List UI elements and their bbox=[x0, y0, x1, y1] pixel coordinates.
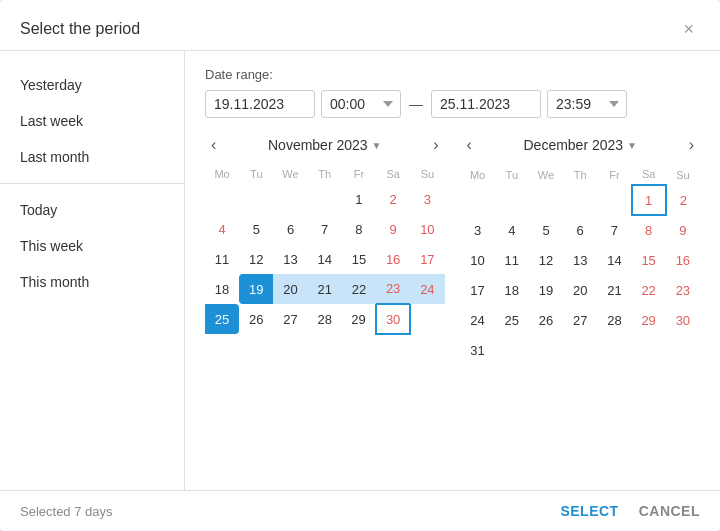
dec-day-29[interactable]: 29 bbox=[632, 305, 666, 335]
dec-day-7[interactable]: 7 bbox=[597, 215, 631, 245]
dec-day-15[interactable]: 15 bbox=[632, 245, 666, 275]
december-dropdown-icon: ▼ bbox=[627, 140, 637, 151]
select-button[interactable]: SELECT bbox=[560, 503, 618, 519]
nov-day-9[interactable]: 9 bbox=[376, 214, 410, 244]
dec-day-21[interactable]: 21 bbox=[597, 275, 631, 305]
close-button[interactable]: × bbox=[677, 18, 700, 40]
dec-day-4[interactable]: 4 bbox=[495, 215, 529, 245]
sidebar-item-this-month[interactable]: This month bbox=[0, 264, 184, 300]
nov-day-1[interactable]: 1 bbox=[342, 184, 376, 214]
nov-day-18[interactable]: 18 bbox=[205, 274, 239, 304]
dec-day-12[interactable]: 12 bbox=[529, 245, 563, 275]
nov-day-7[interactable]: 7 bbox=[308, 214, 342, 244]
november-next-button[interactable]: › bbox=[427, 134, 444, 156]
dec-empty bbox=[563, 185, 597, 215]
sidebar-item-last-week[interactable]: Last week bbox=[0, 103, 184, 139]
dec-day-28[interactable]: 28 bbox=[597, 305, 631, 335]
dec-day-25[interactable]: 25 bbox=[495, 305, 529, 335]
dec-day-16[interactable]: 16 bbox=[666, 245, 700, 275]
nov-day-21[interactable]: 21 bbox=[308, 274, 342, 304]
dec-day-23[interactable]: 23 bbox=[666, 275, 700, 305]
selected-days-label: Selected 7 days bbox=[20, 504, 113, 519]
dec-day-19[interactable]: 19 bbox=[529, 275, 563, 305]
sidebar: Yesterday Last week Last month Today Thi… bbox=[0, 51, 185, 490]
nov-day-27[interactable]: 27 bbox=[273, 304, 307, 334]
nov-day-11[interactable]: 11 bbox=[205, 244, 239, 274]
nov-day-19[interactable]: 19 bbox=[239, 274, 273, 304]
nov-day-22[interactable]: 22 bbox=[342, 274, 376, 304]
sidebar-item-today[interactable]: Today bbox=[0, 192, 184, 228]
nov-day-5[interactable]: 5 bbox=[239, 214, 273, 244]
nov-day-23[interactable]: 23 bbox=[376, 274, 410, 304]
dec-day-24[interactable]: 24 bbox=[461, 305, 495, 335]
dec-day-30[interactable]: 30 bbox=[666, 305, 700, 335]
dec-day-14[interactable]: 14 bbox=[597, 245, 631, 275]
dec-empty bbox=[632, 335, 666, 365]
dec-day-26[interactable]: 26 bbox=[529, 305, 563, 335]
dec-empty bbox=[563, 335, 597, 365]
dec-day-22[interactable]: 22 bbox=[632, 275, 666, 305]
nov-day-29[interactable]: 29 bbox=[342, 304, 376, 334]
nov-day-6[interactable]: 6 bbox=[273, 214, 307, 244]
nov-day-13[interactable]: 13 bbox=[273, 244, 307, 274]
nov-day-28[interactable]: 28 bbox=[308, 304, 342, 334]
dec-empty bbox=[529, 185, 563, 215]
nov-day-8[interactable]: 8 bbox=[342, 214, 376, 244]
nov-day-3[interactable]: 3 bbox=[410, 184, 444, 214]
dec-day-11[interactable]: 11 bbox=[495, 245, 529, 275]
nov-day-25[interactable]: 25 bbox=[205, 304, 239, 334]
dec-day-31[interactable]: 31 bbox=[461, 335, 495, 365]
december-prev-button[interactable]: ‹ bbox=[461, 134, 478, 156]
dec-day-5[interactable]: 5 bbox=[529, 215, 563, 245]
nov-day-15[interactable]: 15 bbox=[342, 244, 376, 274]
table-row: 18 19 20 21 22 23 24 bbox=[205, 274, 445, 304]
dec-day-2[interactable]: 2 bbox=[666, 185, 700, 215]
dec-day-20[interactable]: 20 bbox=[563, 275, 597, 305]
dialog-footer: Selected 7 days SELECT CANCEL bbox=[0, 490, 720, 531]
sidebar-item-last-month[interactable]: Last month bbox=[0, 139, 184, 175]
table-row: 17 18 19 20 21 22 23 bbox=[461, 275, 701, 305]
nov-day-10[interactable]: 10 bbox=[410, 214, 444, 244]
start-time-select[interactable]: 00:00 bbox=[321, 90, 401, 118]
dec-day-3[interactable]: 3 bbox=[461, 215, 495, 245]
nov-day-4[interactable]: 4 bbox=[205, 214, 239, 244]
november-month-button[interactable]: November 2023 ▼ bbox=[268, 137, 382, 153]
dec-day-13[interactable]: 13 bbox=[563, 245, 597, 275]
november-prev-button[interactable]: ‹ bbox=[205, 134, 222, 156]
start-date-input[interactable] bbox=[205, 90, 315, 118]
end-time-select[interactable]: 23:59 bbox=[547, 90, 627, 118]
december-next-button[interactable]: › bbox=[683, 134, 700, 156]
sidebar-item-this-week[interactable]: This week bbox=[0, 228, 184, 264]
dec-day-17[interactable]: 17 bbox=[461, 275, 495, 305]
nov-day-16[interactable]: 16 bbox=[376, 244, 410, 274]
november-header: ‹ November 2023 ▼ › bbox=[205, 134, 445, 156]
nov-day-14[interactable]: 14 bbox=[308, 244, 342, 274]
dec-day-27[interactable]: 27 bbox=[563, 305, 597, 335]
dec-day-10[interactable]: 10 bbox=[461, 245, 495, 275]
nov-day-17[interactable]: 17 bbox=[410, 244, 444, 274]
dec-day-6[interactable]: 6 bbox=[563, 215, 597, 245]
nov-day-24[interactable]: 24 bbox=[410, 274, 444, 304]
main-content: Date range: 00:00 — 23:59 ‹ bbox=[185, 51, 720, 490]
dec-day-18[interactable]: 18 bbox=[495, 275, 529, 305]
col-tu: Tu bbox=[239, 164, 273, 184]
december-header: ‹ December 2023 ▼ › bbox=[461, 134, 701, 156]
dec-day-8[interactable]: 8 bbox=[632, 215, 666, 245]
dec-day-9[interactable]: 9 bbox=[666, 215, 700, 245]
dec-day-1[interactable]: 1 bbox=[632, 185, 666, 215]
end-date-input[interactable] bbox=[431, 90, 541, 118]
dialog-body: Yesterday Last week Last month Today Thi… bbox=[0, 51, 720, 490]
nov-day-20[interactable]: 20 bbox=[273, 274, 307, 304]
nov-empty bbox=[205, 184, 239, 214]
nov-day-26[interactable]: 26 bbox=[239, 304, 273, 334]
nov-day-12[interactable]: 12 bbox=[239, 244, 273, 274]
nov-day-2[interactable]: 2 bbox=[376, 184, 410, 214]
col-su: Su bbox=[666, 164, 700, 185]
sidebar-item-yesterday[interactable]: Yesterday bbox=[0, 67, 184, 103]
nov-day-30[interactable]: 30 bbox=[376, 304, 410, 334]
table-row: 3 4 5 6 7 8 9 bbox=[461, 215, 701, 245]
december-month-button[interactable]: December 2023 ▼ bbox=[523, 137, 637, 153]
col-sa: Sa bbox=[632, 164, 666, 185]
cancel-button[interactable]: CANCEL bbox=[639, 503, 700, 519]
dec-empty bbox=[666, 335, 700, 365]
